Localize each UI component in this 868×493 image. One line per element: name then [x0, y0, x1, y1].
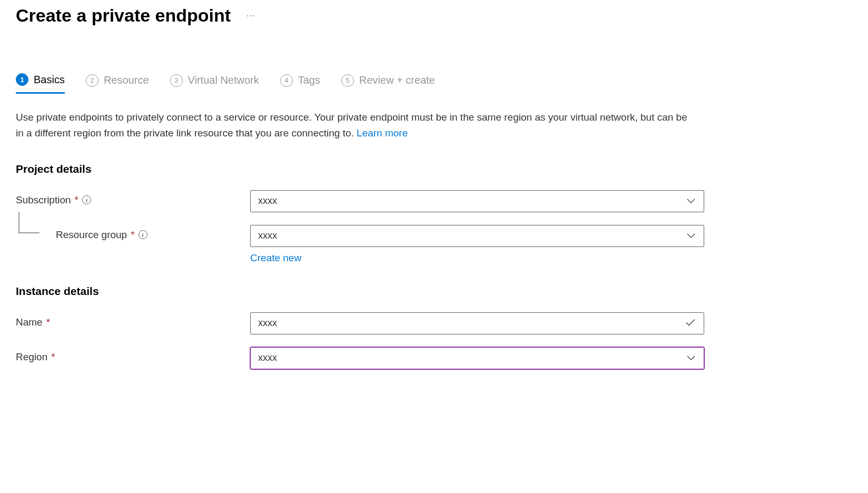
region-select[interactable]: xxxx	[250, 347, 704, 369]
section-project-details-title: Project details	[16, 163, 852, 175]
chevron-down-icon	[687, 354, 695, 362]
subscription-label: Subscription	[16, 194, 71, 206]
tab-step-number: 3	[170, 74, 183, 87]
tab-step-number: 1	[16, 73, 28, 86]
resource-group-select[interactable]: xxxx	[250, 225, 704, 247]
chevron-down-icon	[687, 232, 695, 240]
tab-basics[interactable]: 1 Basics	[16, 73, 65, 94]
section-instance-details-title: Instance details	[16, 285, 852, 298]
required-indicator: *	[131, 229, 134, 241]
create-new-resource-group-link[interactable]: Create new	[250, 252, 301, 264]
description-text: Use private endpoints to privately conne…	[16, 112, 687, 139]
tab-label: Resource	[104, 74, 149, 86]
info-icon[interactable]: i	[139, 230, 147, 239]
info-icon[interactable]: i	[82, 195, 91, 204]
tab-step-number: 5	[341, 74, 354, 87]
name-value: xxxx	[258, 318, 277, 329]
wizard-tabs: 1 Basics 2 Resource 3 Virtual Network 4 …	[16, 73, 852, 94]
tab-step-number: 2	[86, 74, 98, 87]
resource-group-value: xxxx	[258, 230, 277, 241]
checkmark-icon	[686, 319, 695, 328]
hierarchy-connector	[18, 212, 40, 233]
tab-label: Virtual Network	[188, 74, 259, 86]
chevron-down-icon	[687, 197, 695, 205]
more-actions-icon[interactable]: ···	[246, 11, 255, 21]
tab-step-number: 4	[280, 74, 293, 87]
required-indicator: *	[75, 194, 78, 206]
page-title: Create a private endpoint	[16, 5, 231, 26]
region-label: Region	[16, 351, 47, 363]
region-value: xxxx	[258, 352, 277, 363]
tab-label: Tags	[298, 74, 320, 86]
subscription-select[interactable]: xxxx	[250, 190, 704, 212]
required-indicator: *	[51, 351, 55, 363]
subscription-value: xxxx	[258, 195, 277, 206]
resource-group-label: Resource group	[56, 229, 127, 241]
page-description: Use private endpoints to privately conne…	[16, 110, 690, 142]
tab-tags[interactable]: 4 Tags	[280, 73, 320, 94]
name-label: Name	[16, 317, 43, 328]
tab-review-create[interactable]: 5 Review + create	[341, 73, 435, 94]
required-indicator: *	[46, 317, 50, 328]
name-input[interactable]: xxxx	[250, 312, 704, 334]
tab-label: Basics	[34, 74, 65, 86]
tab-virtual-network[interactable]: 3 Virtual Network	[170, 73, 259, 94]
tab-label: Review + create	[359, 74, 435, 86]
tab-resource[interactable]: 2 Resource	[86, 73, 149, 94]
learn-more-link[interactable]: Learn more	[357, 127, 408, 139]
